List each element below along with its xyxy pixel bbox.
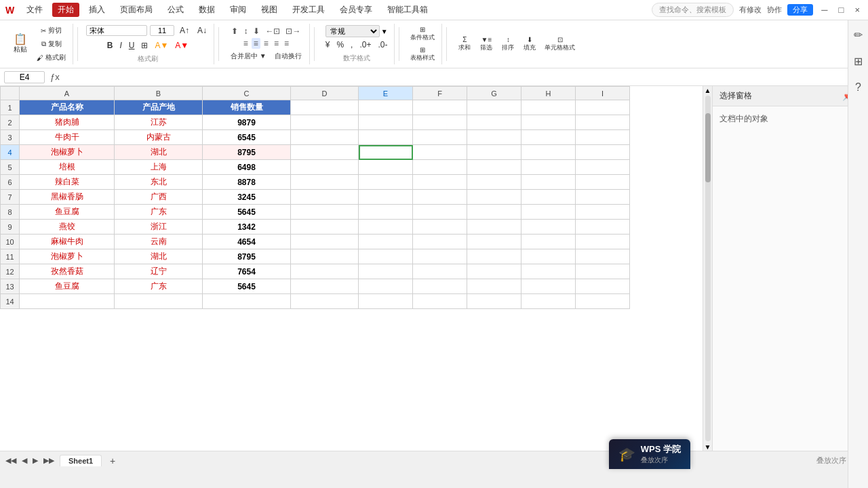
cell-5-c[interactable]: 6498 (203, 160, 291, 175)
underline-button[interactable]: U (126, 39, 138, 52)
cell-13-g[interactable] (467, 279, 521, 294)
align-bottom-button[interactable]: ⬇ (251, 26, 262, 37)
row-num-10[interactable]: 10 (1, 235, 20, 249)
menu-layout[interactable]: 页面布局 (115, 3, 158, 17)
cell-1-c[interactable]: 销售数量 (203, 100, 291, 115)
row-num-7[interactable]: 7 (1, 190, 20, 205)
cell-8-e[interactable] (359, 205, 413, 220)
cell-6-f[interactable] (413, 175, 467, 190)
font-size-input[interactable] (150, 25, 174, 36)
menu-review[interactable]: 审阅 (224, 3, 252, 17)
wps-academy-banner[interactable]: 🎓 WPS 学院 叠放次序 (609, 439, 690, 469)
cell-8-g[interactable] (467, 205, 521, 220)
cell-1-a[interactable]: 产品名称 (20, 100, 115, 115)
cell-14-b[interactable] (115, 294, 203, 309)
cell-11-f[interactable] (413, 249, 467, 264)
cell-6-g[interactable] (467, 175, 521, 190)
cell-2-g[interactable] (467, 115, 521, 130)
cell-5-f[interactable] (413, 160, 467, 175)
cell-7-f[interactable] (413, 190, 467, 205)
cell-7-a[interactable]: 黑椒香肠 (20, 190, 115, 205)
cell-1-g[interactable] (467, 100, 521, 115)
menu-developer[interactable]: 开发工具 (287, 3, 330, 17)
row-num-11[interactable]: 11 (1, 249, 20, 264)
cell-5-i[interactable] (576, 160, 630, 175)
cell-1-i[interactable] (576, 100, 630, 115)
cell-3-d[interactable] (291, 130, 359, 145)
wps-logo[interactable]: W (5, 5, 14, 16)
cell-5-g[interactable] (467, 160, 521, 175)
paste-button[interactable]: 📋 粘贴 (9, 26, 31, 62)
comma-button[interactable]: , (348, 39, 355, 51)
nav-first-btn[interactable]: ◀◀ (5, 456, 16, 465)
cell-format-button[interactable]: ⊡ 单元格格式 (542, 35, 578, 54)
cell-12-d[interactable] (291, 264, 359, 279)
cell-3-h[interactable] (521, 130, 576, 145)
col-header-e[interactable]: E (359, 87, 413, 100)
vertical-scrollbar[interactable]: ▲ ▼ (703, 86, 712, 451)
cell-11-e[interactable] (359, 249, 413, 264)
cell-1-h[interactable] (521, 100, 576, 115)
cell-1-e[interactable] (359, 100, 413, 115)
cell-8-d[interactable] (291, 205, 359, 220)
cell-3-c[interactable]: 6545 (203, 130, 291, 145)
align-justify-button[interactable]: ≡ (272, 38, 281, 49)
formula-input[interactable] (65, 72, 864, 83)
cell-9-g[interactable] (467, 220, 521, 235)
cell-14-c[interactable] (203, 294, 291, 309)
copy-button[interactable]: ⧉ 复制 (34, 38, 68, 50)
sort-button[interactable]: ↕ 排序 (498, 35, 517, 54)
row-num-6[interactable]: 6 (1, 175, 20, 190)
cell-11-d[interactable] (291, 249, 359, 264)
cell-10-a[interactable]: 麻椒牛肉 (20, 235, 115, 249)
cell-7-h[interactable] (521, 190, 576, 205)
cell-2-d[interactable] (291, 115, 359, 130)
minimize-btn[interactable]: ─ (818, 5, 830, 15)
cell-11-h[interactable] (521, 249, 576, 264)
cell-11-c[interactable]: 8795 (203, 249, 291, 264)
cell-13-c[interactable]: 5645 (203, 279, 291, 294)
cell-3-f[interactable] (413, 130, 467, 145)
cell-2-c[interactable]: 9879 (203, 115, 291, 130)
cell-4-d[interactable] (291, 145, 359, 160)
cell-11-b[interactable]: 湖北 (115, 249, 203, 264)
font-size-inc-button[interactable]: A↑ (177, 24, 192, 37)
cell-7-c[interactable]: 3245 (203, 190, 291, 205)
cell-10-c[interactable]: 4654 (203, 235, 291, 249)
cell-8-h[interactable] (521, 205, 576, 220)
cell-6-a[interactable]: 辣白菜 (20, 175, 115, 190)
nav-prev-btn[interactable]: ◀ (22, 456, 27, 465)
cell-11-i[interactable] (576, 249, 630, 264)
cell-4-e[interactable] (359, 145, 413, 160)
cell-14-d[interactable] (291, 294, 359, 309)
cell-12-f[interactable] (413, 264, 467, 279)
indent-inc-button[interactable]: ⊡→ (283, 26, 302, 37)
col-header-d[interactable]: D (291, 87, 359, 100)
panel-sidebar-icon-1[interactable]: ✏ (851, 26, 865, 44)
cell-10-i[interactable] (576, 235, 630, 249)
corner-header[interactable] (1, 87, 20, 100)
cell-6-d[interactable] (291, 175, 359, 190)
cell-6-h[interactable] (521, 175, 576, 190)
font-name-input[interactable] (86, 25, 147, 36)
cell-7-e[interactable] (359, 190, 413, 205)
cell-7-g[interactable] (467, 190, 521, 205)
cell-14-i[interactable] (576, 294, 630, 309)
cell-9-i[interactable] (576, 220, 630, 235)
cell-7-d[interactable] (291, 190, 359, 205)
cell-9-c[interactable]: 1342 (203, 220, 291, 235)
cell-8-c[interactable]: 5645 (203, 205, 291, 220)
cell-9-d[interactable] (291, 220, 359, 235)
cell-3-i[interactable] (576, 130, 630, 145)
cell-13-d[interactable] (291, 279, 359, 294)
cell-1-f[interactable] (413, 100, 467, 115)
row-num-4[interactable]: 4 (1, 145, 20, 160)
cell-4-f[interactable] (413, 145, 467, 160)
formula-fx-button[interactable]: ƒx (47, 72, 62, 82)
cell-14-a[interactable] (20, 294, 115, 309)
indent-dec-button[interactable]: ←⊡ (263, 26, 282, 37)
col-header-g[interactable]: G (467, 87, 521, 100)
menu-insert[interactable]: 插入 (83, 3, 111, 17)
cell-3-b[interactable]: 内蒙古 (115, 130, 203, 145)
wrap-button[interactable]: 自动换行 (271, 50, 305, 62)
